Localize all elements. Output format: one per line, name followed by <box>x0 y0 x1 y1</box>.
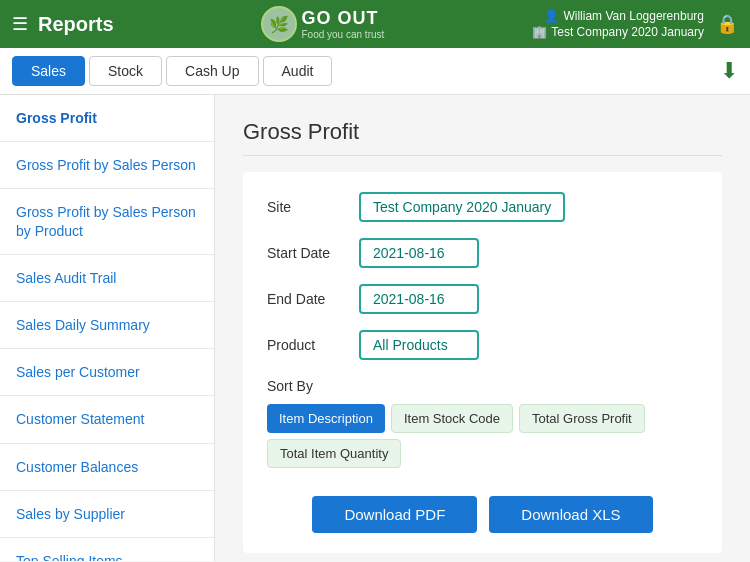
sidebar-item-gross-profit-by-sales-person-by-product[interactable]: Gross Profit by Sales Person by Product <box>0 189 214 254</box>
header: ☰ Reports 🌿 GO OUT Food you can trust 👤 … <box>0 0 750 48</box>
sort-total-item-quantity[interactable]: Total Item Quantity <box>267 439 401 468</box>
product-field[interactable]: All Products <box>359 330 479 360</box>
sort-total-gross-profit[interactable]: Total Gross Profit <box>519 404 645 433</box>
sidebar-item-sales-by-supplier[interactable]: Sales by Supplier <box>0 491 214 538</box>
tab-audit[interactable]: Audit <box>263 56 333 86</box>
export-icon[interactable]: ⬇ <box>720 58 738 84</box>
app-title: Reports <box>38 13 114 36</box>
site-field[interactable]: Test Company 2020 January <box>359 192 565 222</box>
company-icon: 🏢 <box>532 25 547 39</box>
content-area: Gross Profit Site Test Company 2020 Janu… <box>215 95 750 561</box>
download-pdf-button[interactable]: Download PDF <box>312 496 477 533</box>
header-right: 👤 William Van Loggerenburg 🏢 Test Compan… <box>532 9 738 39</box>
sidebar-item-sales-per-customer[interactable]: Sales per Customer <box>0 349 214 396</box>
tabs-container: Sales Stock Cash Up Audit <box>12 56 332 86</box>
user-name: William Van Loggerenburg <box>563 9 704 23</box>
logo-name: GO OUT <box>301 8 378 28</box>
lock-icon: 🔒 <box>716 13 738 35</box>
sort-item-stock-code[interactable]: Item Stock Code <box>391 404 513 433</box>
hamburger-icon[interactable]: ☰ <box>12 13 28 35</box>
action-row: Download PDF Download XLS <box>267 496 698 533</box>
end-date-label: End Date <box>267 291 347 307</box>
site-label: Site <box>267 199 347 215</box>
header-left: ☰ Reports <box>12 13 114 36</box>
user-icon: 👤 <box>544 9 559 23</box>
page-title: Gross Profit <box>243 119 722 156</box>
sidebar-item-top-selling-items[interactable]: Top Selling Items <box>0 538 214 561</box>
tab-stock[interactable]: Stock <box>89 56 162 86</box>
form-section: Site Test Company 2020 January Start Dat… <box>243 172 722 553</box>
sort-item-description[interactable]: Item Description <box>267 404 385 433</box>
sidebar-item-customer-statement[interactable]: Customer Statement <box>0 396 214 443</box>
logo-icon: 🌿 <box>261 6 297 42</box>
product-label: Product <box>267 337 347 353</box>
main-layout: Gross Profit Gross Profit by Sales Perso… <box>0 95 750 561</box>
start-date-row: Start Date 2021-08-16 <box>267 238 698 268</box>
sidebar-item-sales-daily-summary[interactable]: Sales Daily Summary <box>0 302 214 349</box>
company-name: Test Company 2020 January <box>551 25 704 39</box>
start-date-field[interactable]: 2021-08-16 <box>359 238 479 268</box>
site-row: Site Test Company 2020 January <box>267 192 698 222</box>
sidebar-item-sales-audit-trail[interactable]: Sales Audit Trail <box>0 255 214 302</box>
sort-by-label: Sort By <box>267 378 698 394</box>
product-row: Product All Products <box>267 330 698 360</box>
tab-cash-up[interactable]: Cash Up <box>166 56 258 86</box>
sidebar-item-customer-balances[interactable]: Customer Balances <box>0 444 214 491</box>
user-row: 👤 William Van Loggerenburg <box>544 9 704 23</box>
sort-buttons: Item Description Item Stock Code Total G… <box>267 404 698 468</box>
tab-sales[interactable]: Sales <box>12 56 85 86</box>
nav-tabs: Sales Stock Cash Up Audit ⬇ <box>0 48 750 95</box>
download-xls-button[interactable]: Download XLS <box>489 496 652 533</box>
sidebar: Gross Profit Gross Profit by Sales Perso… <box>0 95 215 561</box>
company-row: 🏢 Test Company 2020 January <box>532 25 704 39</box>
end-date-field[interactable]: 2021-08-16 <box>359 284 479 314</box>
end-date-row: End Date 2021-08-16 <box>267 284 698 314</box>
logo: 🌿 GO OUT Food you can trust <box>261 6 384 42</box>
user-info: 👤 William Van Loggerenburg 🏢 Test Compan… <box>532 9 704 39</box>
sidebar-item-gross-profit[interactable]: Gross Profit <box>0 95 214 142</box>
logo-tagline: Food you can trust <box>301 29 384 40</box>
sort-section: Sort By Item Description Item Stock Code… <box>267 378 698 468</box>
sidebar-item-gross-profit-by-sales-person[interactable]: Gross Profit by Sales Person <box>0 142 214 189</box>
start-date-label: Start Date <box>267 245 347 261</box>
